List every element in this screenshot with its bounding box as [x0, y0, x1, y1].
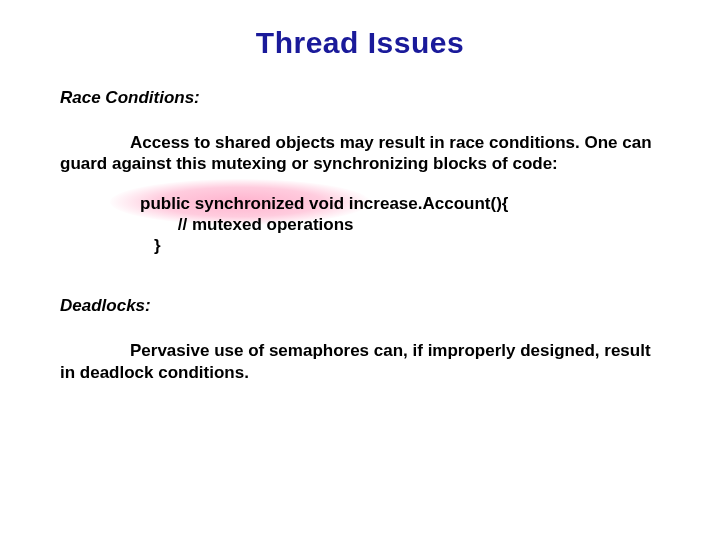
code-line-1: public synchronized void increase.Accoun…	[140, 193, 660, 214]
code-block: public synchronized void increase.Accoun…	[140, 193, 660, 257]
code-line-2: // mutexed operations	[140, 214, 660, 235]
slide: Thread Issues Race Conditions: Access to…	[0, 0, 720, 540]
para-race: Access to shared objects may result in r…	[60, 132, 660, 175]
section-heading-race: Race Conditions:	[60, 88, 660, 108]
slide-title: Thread Issues	[60, 26, 660, 60]
para-deadlocks: Pervasive use of semaphores can, if impr…	[60, 340, 660, 383]
code-line-3: }	[154, 235, 660, 256]
section-heading-deadlocks: Deadlocks:	[60, 296, 660, 316]
